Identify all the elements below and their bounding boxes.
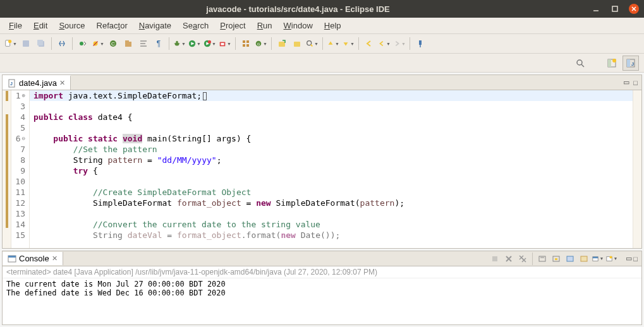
svg-line-46 <box>581 64 584 67</box>
marker-bar-left <box>3 90 11 248</box>
svg-marker-41 <box>329 42 333 45</box>
next-annotation-button[interactable]: ▼ <box>341 37 355 51</box>
console-tab[interactable]: Console ✕ <box>3 252 63 265</box>
link-editor-button[interactable] <box>55 37 69 51</box>
svg-rect-1 <box>612 6 617 11</box>
coverage-button[interactable]: ▼ <box>203 37 217 51</box>
grid-button[interactable] <box>239 37 253 51</box>
svg-rect-34 <box>246 44 249 47</box>
svg-point-28 <box>208 40 211 44</box>
type-hierarchy-button[interactable]: G▼ <box>254 37 268 51</box>
search-icon[interactable] <box>572 56 588 71</box>
console-tab-label: Console <box>19 254 49 263</box>
run-button[interactable]: ▼ <box>188 37 202 51</box>
code-editor[interactable]: 1⊕ 3 4 5 6⊖ 7 8 9 10 11 12 13 14 15 impo… <box>3 90 641 248</box>
prev-annotation-button[interactable]: ▼ <box>326 37 340 51</box>
menu-run[interactable]: Run <box>252 19 277 32</box>
svg-point-21 <box>176 41 178 43</box>
console-maximize-icon[interactable]: □ <box>633 255 638 263</box>
open-perspective-button[interactable] <box>604 56 620 71</box>
menu-edit[interactable]: Edit <box>28 19 52 32</box>
svg-line-40 <box>311 45 313 47</box>
paragraph-button[interactable]: ¶ <box>152 37 166 51</box>
open-type-button[interactable] <box>275 37 289 51</box>
forward-button[interactable]: ▼ <box>392 37 406 51</box>
line-gutter: 1⊕ 3 4 5 6⊖ 7 8 9 10 11 12 13 14 15 <box>11 90 30 248</box>
svg-rect-43 <box>419 40 422 45</box>
skip-breakpoint-button[interactable]: ▼ <box>91 37 105 51</box>
console-toolbar: ▼ ▼ ▭ □ <box>489 253 641 265</box>
maximize-button[interactable] <box>610 4 620 14</box>
fold-collapse-icon[interactable]: ⊖ <box>22 133 25 144</box>
tab-close-icon[interactable]: ✕ <box>59 79 65 87</box>
editor-tabs: J date4.java ✕ ▭ □ <box>3 75 641 90</box>
back-button[interactable] <box>362 37 376 51</box>
menu-refactor[interactable]: Refactor <box>92 19 133 32</box>
window-controls <box>591 4 639 14</box>
close-button[interactable] <box>629 4 639 14</box>
pin-button[interactable] <box>413 37 427 51</box>
open-task-button[interactable] <box>290 37 304 51</box>
word-wrap-button[interactable] <box>564 253 576 265</box>
svg-line-22 <box>174 43 176 44</box>
remove-launch-button[interactable] <box>502 253 515 265</box>
open-console-button[interactable]: ▼ <box>605 253 618 265</box>
menu-file[interactable]: File <box>4 19 27 32</box>
search-button2[interactable]: ▼ <box>305 37 319 51</box>
external-tools-button[interactable]: ▼ <box>218 37 232 51</box>
menu-help[interactable]: Help <box>319 19 346 32</box>
perspective-bar: J <box>0 54 644 73</box>
breakpoint-button[interactable] <box>76 37 90 51</box>
svg-point-9 <box>80 42 83 45</box>
menu-source[interactable]: Source <box>54 19 90 32</box>
new-package-button[interactable] <box>121 37 135 51</box>
display-console-button[interactable]: ▼ <box>592 253 604 265</box>
save-button[interactable] <box>19 37 33 51</box>
svg-rect-15 <box>125 40 129 42</box>
svg-text:¶: ¶ <box>157 39 161 48</box>
menu-project[interactable]: Project <box>215 19 250 32</box>
formatting-button[interactable] <box>137 37 150 51</box>
minimize-view-icon[interactable]: ▭ <box>623 78 629 86</box>
clear-console-button[interactable] <box>536 253 549 265</box>
console-output[interactable]: The current date is Mon Jul 27 00:00:00 … <box>3 278 641 324</box>
main-toolbar: ▼ ▼ C ¶ ▼ ▼ ▼ ▼ G▼ ▼ ▼ ▼ ▼ ▼ <box>0 34 644 54</box>
java-file-icon: J <box>8 79 16 88</box>
overview-ruler[interactable] <box>633 90 641 248</box>
console-icon <box>8 254 16 263</box>
console-minimize-icon[interactable]: ▭ <box>626 254 632 263</box>
save-all-button[interactable] <box>34 37 48 51</box>
svg-rect-33 <box>243 44 245 47</box>
fold-expand-icon[interactable]: ⊕ <box>22 90 25 101</box>
svg-rect-8 <box>37 40 43 45</box>
svg-marker-42 <box>344 42 348 45</box>
menu-navigate[interactable]: Navigate <box>134 19 176 32</box>
pin-console-button[interactable] <box>578 253 590 265</box>
svg-rect-67 <box>555 258 557 260</box>
menu-search[interactable]: Search <box>178 19 214 32</box>
svg-rect-14 <box>125 42 131 47</box>
svg-point-45 <box>577 60 582 65</box>
scroll-lock-button[interactable] <box>550 253 562 265</box>
new-class-button[interactable]: C <box>106 37 120 51</box>
console-status: <terminated> date4 [Java Application] /u… <box>3 266 641 278</box>
menubar: File Edit Source Refactor Navigate Searc… <box>0 18 644 34</box>
titlebar: javacode - tutorials/src/date4.java - Ec… <box>0 0 644 18</box>
svg-rect-48 <box>608 59 611 67</box>
code-content[interactable]: import java.text.SimpleDateFormat; publi… <box>30 90 633 248</box>
window-title: javacode - tutorials/src/date4.java - Ec… <box>5 4 591 14</box>
remove-all-button[interactable] <box>516 253 529 265</box>
back-history-button[interactable]: ▼ <box>377 37 391 51</box>
java-perspective-button[interactable]: J <box>623 56 639 71</box>
editor-tab-date4[interactable]: J date4.java ✕ <box>3 75 71 90</box>
debug-button[interactable]: ▼ <box>173 37 186 51</box>
new-button[interactable]: ▼ <box>4 37 18 51</box>
svg-point-5 <box>8 40 11 43</box>
console-tab-close-icon[interactable]: ✕ <box>52 254 58 263</box>
terminate-button[interactable] <box>489 253 501 265</box>
maximize-view-icon[interactable]: □ <box>633 79 638 86</box>
minimize-button[interactable] <box>591 4 601 14</box>
menu-window[interactable]: Window <box>279 19 318 32</box>
svg-point-73 <box>610 256 612 258</box>
svg-point-39 <box>307 41 312 45</box>
